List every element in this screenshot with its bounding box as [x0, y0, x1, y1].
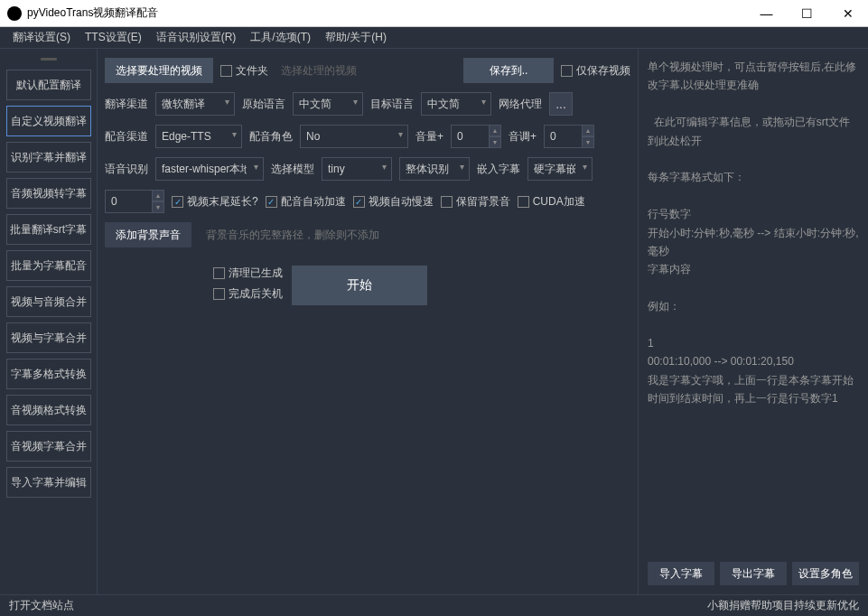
sidebar-item-video-sub-merge[interactable]: 视频与字幕合并: [6, 322, 91, 353]
source-lang-select[interactable]: 中文简: [293, 92, 363, 116]
dub-channel-label: 配音渠道: [105, 129, 148, 145]
menu-tools-options[interactable]: 工具/选项(T): [245, 28, 316, 47]
subtitle-help-text[interactable]: 单个视频处理时，可点击暂停按钮后,在此修改字幕,以便处理更准确 在此可编辑字幕信…: [648, 58, 859, 555]
sidebar-item-default-config[interactable]: 默认配置翻译: [6, 70, 91, 100]
volume-label: 音量+: [415, 129, 443, 145]
folder-label: 文件夹: [236, 63, 268, 79]
start-button[interactable]: 开始: [292, 266, 427, 305]
add-bgm-button[interactable]: 添加背景声音: [105, 222, 191, 247]
sidebar-item-av-sub-merge[interactable]: 音视频字幕合并: [6, 431, 91, 462]
menu-tts-settings[interactable]: TTS设置(E): [79, 28, 147, 47]
checkbox-icon: [172, 196, 183, 208]
selected-video-input[interactable]: [275, 59, 456, 82]
sidebar: 默认配置翻译 自定义视频翻译 识别字幕并翻译 音频视频转字幕 批量翻译srt字幕…: [0, 49, 98, 594]
dub-speedup-checkbox[interactable]: 配音自动加速: [266, 194, 346, 210]
spin-down-icon[interactable]: ▼: [582, 136, 594, 148]
video-slow-checkbox[interactable]: 视频自动慢速: [353, 194, 434, 210]
translate-channel-label: 翻译渠道: [105, 97, 148, 112]
cuda-checkbox[interactable]: CUDA加速: [518, 194, 585, 210]
proxy-label: 网络代理: [499, 97, 542, 112]
checkbox-icon: [518, 196, 529, 208]
proxy-button[interactable]: ...: [549, 92, 573, 116]
sidebar-grip-icon[interactable]: [41, 58, 57, 61]
statusbar: 打开文档站点 小额捐赠帮助项目持续更新优化: [0, 594, 868, 616]
sidebar-item-sub-convert[interactable]: 字幕多格式转换: [6, 359, 91, 389]
maximize-button[interactable]: ☐: [787, 0, 827, 26]
dub-channel-select[interactable]: Edge-TTS: [155, 125, 242, 148]
statusbar-right-link[interactable]: 小额捐赠帮助项目持续更新优化: [707, 598, 859, 613]
sidebar-item-batch-translate-srt[interactable]: 批量翻译srt字幕: [6, 214, 91, 245]
window-title: pyVideoTrans视频翻译配音: [27, 5, 746, 21]
only-save-video-checkbox[interactable]: 仅保存视频: [561, 63, 630, 79]
tail-extend-checkbox[interactable]: 视频末尾延长?: [172, 194, 258, 210]
model-select[interactable]: tiny: [322, 157, 392, 181]
spin-down-icon[interactable]: ▼: [152, 201, 164, 213]
clean-generated-checkbox[interactable]: 清理已生成: [213, 266, 283, 281]
sidebar-item-av-convert[interactable]: 音视频格式转换: [6, 395, 91, 425]
asr-mode-select[interactable]: 整体识别: [399, 157, 470, 181]
dub-role-select[interactable]: No: [300, 125, 408, 148]
import-subtitle-button[interactable]: 导入字幕: [648, 562, 714, 585]
checkbox-icon: [213, 288, 225, 300]
checkbox-icon: [561, 65, 573, 77]
sidebar-item-import-edit-sub[interactable]: 导入字幕并编辑: [6, 467, 91, 498]
menu-help-about[interactable]: 帮助/关于(H): [320, 28, 392, 47]
keep-bgm-checkbox[interactable]: 保留背景音: [441, 194, 510, 210]
checkbox-icon: [353, 196, 365, 208]
titlebar: pyVideoTrans视频翻译配音 — ☐ ✕: [0, 0, 868, 27]
tail-spinner[interactable]: ▲▼: [105, 190, 164, 213]
select-video-button[interactable]: 选择要处理的视频: [105, 58, 213, 83]
main-panel: 选择要处理的视频 文件夹 保存到.. 仅保存视频 翻译渠道 微软翻译 原始语言 …: [98, 49, 638, 594]
export-subtitle-button[interactable]: 导出字幕: [720, 562, 787, 585]
spin-up-icon[interactable]: ▲: [152, 190, 164, 201]
only-save-video-label: 仅保存视频: [576, 63, 630, 79]
pitch-input[interactable]: [544, 125, 582, 148]
sidebar-item-video-audio-merge[interactable]: 视频与音频合并: [6, 286, 91, 317]
embed-sub-label: 嵌入字幕: [477, 162, 520, 177]
checkbox-icon: [441, 196, 453, 208]
subtitle-panel: 单个视频处理时，可点击暂停按钮后,在此修改字幕,以便处理更准确 在此可编辑字幕信…: [638, 49, 868, 594]
save-to-button[interactable]: 保存到..: [463, 58, 554, 83]
target-lang-select[interactable]: 中文简: [421, 92, 491, 116]
folder-checkbox[interactable]: 文件夹: [220, 63, 268, 79]
close-button[interactable]: ✕: [827, 0, 868, 26]
sidebar-item-av-to-sub[interactable]: 音频视频转字幕: [6, 178, 91, 209]
sidebar-item-batch-dub[interactable]: 批量为字幕配音: [6, 250, 91, 281]
menu-translate-settings[interactable]: 翻译设置(S): [7, 28, 76, 47]
checkbox-icon: [213, 267, 225, 279]
app-icon: [7, 6, 22, 21]
target-lang-label: 目标语言: [370, 97, 414, 112]
embed-sub-select[interactable]: 硬字幕嵌: [527, 157, 593, 181]
set-roles-button[interactable]: 设置多角色: [792, 562, 859, 585]
sidebar-item-custom-translate[interactable]: 自定义视频翻译: [6, 106, 91, 136]
volume-spinner[interactable]: ▲▼: [451, 125, 501, 148]
menu-asr-settings[interactable]: 语音识别设置(R): [151, 28, 242, 47]
pitch-spinner[interactable]: ▲▼: [544, 125, 594, 148]
shutdown-after-checkbox[interactable]: 完成后关机: [213, 286, 283, 302]
asr-engine-select[interactable]: faster-whisper本地: [155, 157, 264, 181]
volume-input[interactable]: [451, 125, 489, 148]
bgm-path-input[interactable]: [199, 222, 630, 247]
spin-up-icon[interactable]: ▲: [489, 125, 501, 136]
translate-channel-select[interactable]: 微软翻译: [155, 92, 235, 116]
checkbox-icon: [266, 196, 277, 208]
menubar: 翻译设置(S) TTS设置(E) 语音识别设置(R) 工具/选项(T) 帮助/关…: [0, 27, 868, 49]
dub-role-label: 配音角色: [249, 129, 293, 145]
source-lang-label: 原始语言: [242, 97, 285, 112]
spin-up-icon[interactable]: ▲: [582, 125, 594, 136]
sidebar-item-recognize-translate[interactable]: 识别字幕并翻译: [6, 142, 91, 173]
checkbox-icon: [220, 65, 232, 77]
model-select-label: 选择模型: [271, 162, 314, 177]
asr-label: 语音识别: [105, 162, 148, 177]
minimize-button[interactable]: —: [746, 0, 787, 26]
statusbar-left-link[interactable]: 打开文档站点: [9, 598, 74, 613]
tail-input[interactable]: [105, 190, 152, 213]
pitch-label: 音调+: [509, 129, 537, 145]
spin-down-icon[interactable]: ▼: [489, 136, 501, 148]
